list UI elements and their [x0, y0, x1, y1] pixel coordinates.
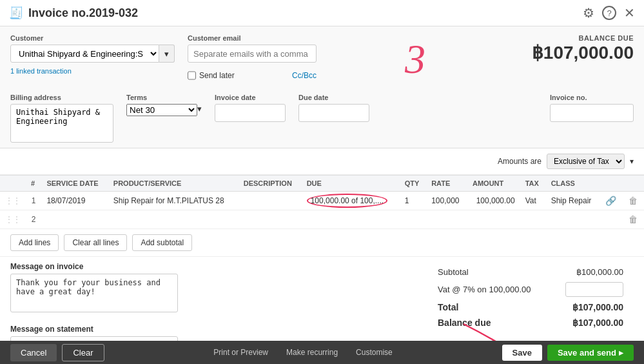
add-lines-button[interactable]: Add lines — [10, 234, 59, 251]
th-description: DESCRIPTION — [239, 176, 302, 192]
balance-due-amount: ฿107,000.00 — [532, 42, 634, 63]
tax-1[interactable]: Vat — [520, 192, 546, 210]
settings-button[interactable]: ⚙ — [583, 5, 594, 21]
link-icon-2 — [600, 210, 623, 229]
terms-select[interactable]: Net 30 — [126, 104, 197, 116]
service-date-2[interactable] — [41, 210, 108, 229]
print-preview-button[interactable]: Print or Preview — [207, 345, 275, 360]
message-on-invoice: Message on invoice Thank you for your bu… — [10, 257, 427, 319]
header: 🧾 Invoice no.2019-032 ⚙ ? ✕ — [0, 0, 644, 26]
customer-group: Customer Unithai Shipyard & Engineering:… — [10, 34, 175, 75]
delete-icon-1[interactable]: 🗑 — [623, 192, 644, 210]
table-row: ⋮⋮ 2 🗑 — [0, 210, 644, 229]
drag-handle-2: ⋮⋮ — [0, 210, 26, 229]
cc-bcc-link[interactable]: Cc/Bcc — [292, 71, 317, 80]
amounts-row: Amounts are Exclusive of Tax Inclusive o… — [0, 148, 644, 175]
chevron-down-icon: ▾ — [630, 157, 634, 166]
product-2[interactable] — [108, 210, 239, 229]
billing-address-label: Billing address — [10, 94, 113, 101]
table-header-row: # SERVICE DATE PRODUCT/SERVICE DESCRIPTI… — [0, 176, 644, 192]
billing-address-input[interactable]: Unithai Shipyard & Engineering — [10, 104, 113, 143]
chevron-right-icon: ▸ — [619, 348, 623, 358]
th-amount: AMOUNT — [467, 176, 520, 192]
th-qty: QTY — [400, 176, 427, 192]
customer-select[interactable]: Unithai Shipyard & Engineering:S — [10, 45, 159, 63]
add-subtotal-button[interactable]: Add subtotal — [132, 234, 192, 251]
table-actions: Add lines Clear all lines Add subtotal — [0, 229, 644, 257]
invoice-no-label: Invoice no. — [550, 94, 634, 101]
terms-label: Terms — [126, 94, 202, 101]
th-class: CLASS — [546, 176, 601, 192]
total-label: Total — [438, 302, 458, 312]
invoice-no-group: Invoice no. 2019-032 — [550, 94, 634, 122]
make-recurring-button[interactable]: Make recurring — [280, 345, 344, 360]
customer-dropdown-btn[interactable]: ▾ — [159, 45, 175, 63]
amount-1[interactable]: 100,000.00 — [467, 192, 520, 210]
due-date-label: Due date — [298, 94, 369, 101]
message-on-invoice-label: Message on invoice — [10, 262, 417, 271]
rate-1[interactable]: 100,000 — [426, 192, 467, 210]
customer-email-input[interactable] — [188, 45, 317, 63]
description-1[interactable] — [239, 192, 302, 210]
due-date-group: Due date 17/08/2019 — [298, 94, 369, 122]
subtotal-row: Subtotal ฿100,000.00 — [438, 265, 623, 279]
linked-transaction[interactable]: 1 linked transaction — [10, 67, 175, 75]
customise-button[interactable]: Customise — [349, 345, 399, 360]
trash-icon: 🗑 — [629, 196, 638, 206]
service-date-1[interactable]: 18/07/2019 — [41, 192, 108, 210]
customer-label: Customer — [10, 34, 175, 42]
clear-button[interactable]: Clear — [62, 344, 104, 361]
form-area: Customer Unithai Shipyard & Engineering:… — [0, 26, 644, 148]
billing-row: Billing address Unithai Shipyard & Engin… — [10, 94, 634, 143]
bottom-bar: Cancel Clear Print or Preview Make recur… — [0, 341, 644, 364]
th-due: DUE — [302, 176, 400, 192]
invoice-no-input[interactable]: 2019-032 — [550, 104, 634, 122]
description-2[interactable] — [239, 210, 302, 229]
table-row: ⋮⋮ 1 18/07/2019 Ship Repair for M.T.PILA… — [0, 192, 644, 210]
qty-1[interactable]: 1 — [400, 192, 427, 210]
invoice-date-group: Invoice date 18/07/2019 — [215, 94, 286, 122]
invoice-date-input[interactable]: 18/07/2019 — [215, 104, 286, 122]
due-2[interactable] — [302, 210, 400, 229]
trash-icon-2: 🗑 — [629, 214, 638, 225]
help-button[interactable]: ? — [602, 6, 616, 20]
clear-all-lines-button[interactable]: Clear all lines — [64, 234, 127, 251]
subtotal-value: ฿100,000.00 — [576, 267, 623, 277]
billing-address-group: Billing address Unithai Shipyard & Engin… — [10, 94, 113, 143]
message-on-invoice-input[interactable]: Thank you for your business and have a g… — [10, 274, 178, 312]
qty-2[interactable] — [400, 210, 427, 229]
close-button[interactable]: ✕ — [624, 5, 635, 21]
vat-row: Vat @ 7% on 100,000.00 7,000.00 — [438, 279, 623, 299]
th-drag — [0, 176, 26, 192]
due-1[interactable]: 100,000.00 of 100,.... — [302, 192, 400, 210]
customer-email-group: Customer email Send later Cc/Bcc — [188, 34, 317, 85]
vat-input[interactable]: 7,000.00 — [565, 282, 623, 297]
row-num-2: 2 — [26, 210, 41, 229]
rate-2[interactable] — [426, 210, 467, 229]
tax-2[interactable] — [520, 210, 546, 229]
product-1[interactable]: Ship Repair for M.T.PILATUS 28 — [108, 192, 239, 210]
balance-due-label: BALANCE DUE — [532, 34, 634, 42]
cancel-button[interactable]: Cancel — [10, 344, 57, 361]
balance-due-row-value: ฿107,000.00 — [572, 318, 623, 328]
invoice-icon: 🧾 — [9, 6, 23, 20]
save-and-send-button[interactable]: Save and send ▸ — [547, 345, 634, 361]
class-1[interactable]: Ship Repair — [546, 192, 601, 210]
amounts-are-select[interactable]: Exclusive of Tax Inclusive of Tax Out of… — [547, 154, 625, 169]
bottom-right: Save Save and send ▸ — [502, 345, 634, 361]
link-icon: 🔗 — [605, 196, 616, 206]
terms-dropdown-btn[interactable]: ▾ — [197, 104, 202, 116]
vat-label: Vat @ 7% on 100,000.00 — [438, 285, 531, 294]
link-icon-1[interactable]: 🔗 — [600, 192, 623, 210]
amount-2[interactable] — [467, 210, 520, 229]
total-value: ฿107,000.00 — [572, 302, 623, 312]
class-2[interactable] — [546, 210, 601, 229]
delete-icon-2[interactable]: 🗑 — [623, 210, 644, 229]
th-action2 — [623, 176, 644, 192]
send-later-checkbox[interactable] — [188, 66, 196, 85]
customer-email-label: Customer email — [188, 34, 317, 42]
bottom-left: Cancel Clear — [10, 344, 104, 361]
due-date-input[interactable]: 17/08/2019 — [298, 104, 369, 122]
bottom-section: Message on invoice Thank you for your bu… — [0, 257, 644, 349]
save-button[interactable]: Save — [502, 345, 542, 361]
